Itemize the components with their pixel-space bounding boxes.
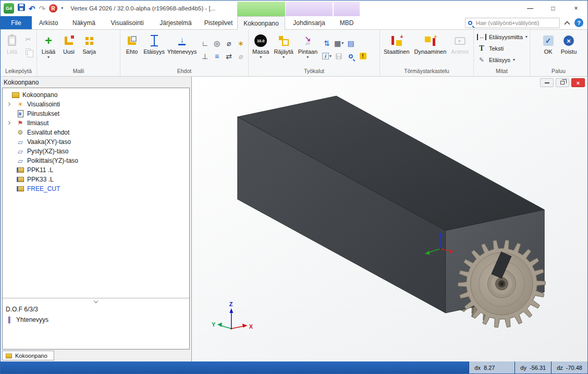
- panel-splitter[interactable]: [3, 298, 189, 305]
- distance-dimension-button[interactable]: ✎ Etäisyys ▾: [477, 55, 515, 65]
- title-bar: G4 ↶ ↷ R ▾ Vertex G4 2026 / 32.0.0-alpha…: [1, 1, 587, 16]
- tab-johdinsarja[interactable]: Johdinsarja: [285, 16, 333, 29]
- save-button[interactable]: [18, 4, 25, 13]
- plane-icon: ▱: [17, 148, 24, 155]
- concentric-constraint-icon[interactable]: ◎: [211, 37, 223, 50]
- quick-access-menu-caret-icon[interactable]: ▾: [61, 6, 63, 10]
- zoom-button[interactable]: [345, 50, 357, 63]
- coincidence-constraint-icon: ∥: [6, 316, 13, 323]
- diameter-constraint-icon[interactable]: ⌀: [235, 50, 247, 63]
- tangent-constraint-icon[interactable]: ⌀: [223, 37, 235, 50]
- tab-mbd[interactable]: MBD: [333, 16, 360, 29]
- help-button[interactable]: ?: [574, 18, 583, 27]
- animate-button[interactable]: ▸ Animoi: [449, 31, 471, 55]
- expand-chevron-icon[interactable]: [7, 102, 10, 106]
- minimize-button[interactable]: —: [519, 1, 542, 16]
- distance-measure-button[interactable]: ↔ Etäisyysmitta ▾: [477, 32, 528, 42]
- static-collision-button[interactable]: + Staattinen: [382, 31, 412, 55]
- tree-item-free-cut[interactable]: FREE_CUT: [3, 184, 189, 194]
- collapse-chevron-icon[interactable]: [94, 299, 98, 303]
- mass-button[interactable]: 10.0 Massa ▾: [250, 31, 271, 59]
- symmetry-constraint-icon[interactable]: ∗: [235, 37, 247, 50]
- expand-chevron-icon[interactable]: [7, 121, 10, 125]
- swap-constraint-icon[interactable]: ⇄: [223, 50, 235, 63]
- tab-jarjestelma[interactable]: Järjestelmä: [152, 16, 200, 29]
- viewport[interactable]: ×: [192, 77, 587, 361]
- viewport-close-button[interactable]: ×: [571, 78, 585, 87]
- panel-tab-kokoonpano[interactable]: Kokoonpano: [2, 351, 54, 360]
- save-model-button[interactable]: [333, 50, 345, 63]
- exit-button[interactable]: × Poistu: [559, 31, 579, 55]
- tree-item-piirustukset[interactable]: Piirustukset: [3, 109, 189, 118]
- perpendicular-constraint-icon[interactable]: ⊥: [199, 50, 211, 63]
- reorder-icon[interactable]: ⇅: [321, 37, 333, 50]
- viewport-minimize-button[interactable]: [540, 78, 554, 87]
- 3d-scene[interactable]: Z X Y: [192, 77, 587, 361]
- close-button[interactable]: ×: [565, 1, 587, 16]
- tab-kokoonpano[interactable]: Kokoonpano: [237, 16, 285, 30]
- parallel-constraint-icon[interactable]: ≡: [211, 50, 223, 63]
- ribbon-collapse-button[interactable]: [564, 21, 570, 27]
- status-bar: dx 8.27 dy -56.31 dz -70.48: [1, 361, 587, 373]
- scissors-icon: ✂: [26, 35, 31, 43]
- constraint-button[interactable]: Ehto: [122, 31, 142, 55]
- tab-visualisointi[interactable]: Visualisointi: [103, 16, 152, 29]
- tree-item-esivalitut-ehdot[interactable]: ⚙ Esivalitut ehdot: [3, 128, 189, 137]
- tree-item-ilmiasut[interactable]: ⚑ Ilmiasut: [3, 118, 189, 128]
- array-button[interactable]: Sarja: [79, 31, 99, 55]
- redo-button[interactable]: ↷: [39, 5, 46, 13]
- ribbon-group-clipboard: Liitä ✂ Leikepöytä: [1, 30, 37, 76]
- dynamic-collision-button[interactable]: + Dynaaminen: [412, 31, 449, 55]
- y-axis-label: Y: [212, 321, 216, 328]
- cut-button[interactable]: ✂: [22, 34, 34, 44]
- tab-pistepilvet[interactable]: Pistepilvet: [200, 16, 237, 29]
- constraint-list-item[interactable]: ∥ Yhtenevyys: [3, 314, 189, 325]
- to-surface-icon: ↘ ▱: [304, 36, 311, 45]
- world-axis-triad: Z X Y: [212, 301, 253, 330]
- tree-item-ppk33[interactable]: PPK33 .L: [3, 175, 189, 184]
- panel-title: Kokoonpano: [1, 77, 191, 88]
- tree-item-xy-plane[interactable]: ▱ Vaaka(XY)-taso: [3, 137, 189, 147]
- ok-button[interactable]: ✓ OK: [538, 31, 558, 55]
- table-icon[interactable]: ▦▾: [333, 37, 345, 50]
- search-box[interactable]: [465, 18, 560, 28]
- ribbon-group-tools: 10.0 Massa ▾ Räjäytä ▾ ↘ ▱: [249, 30, 380, 76]
- new-part-button[interactable]: Uusi: [59, 31, 79, 55]
- info-button[interactable]: i▾: [321, 50, 333, 63]
- plane-icon: ▱: [17, 138, 24, 146]
- copy-button[interactable]: [22, 46, 34, 57]
- coincidence-constraint-button[interactable]: ↓ Yhtenevyys: [166, 31, 198, 55]
- tree-box: Kokoonpano ☀ Visualisointi Piirustukset …: [2, 88, 190, 349]
- distance-constraint-button[interactable]: Etäisyys: [142, 31, 166, 55]
- constraint-icon: [128, 37, 136, 45]
- app-logo-icon[interactable]: G4: [4, 3, 14, 14]
- paste-button[interactable]: Liitä: [2, 31, 22, 55]
- to-surface-button[interactable]: ↘ ▱ Pintaan ▾: [296, 31, 320, 59]
- undo-button[interactable]: ↶: [29, 5, 35, 13]
- tree-item-visualisointi[interactable]: ☀ Visualisointi: [3, 100, 189, 109]
- part-icon: [17, 176, 24, 183]
- viewport-window-controls: ×: [540, 78, 585, 87]
- tree-item-yz-plane[interactable]: ▱ Poikittais(YZ)-taso: [3, 156, 189, 165]
- warning-button[interactable]: !: [357, 50, 369, 63]
- tree-item-ppk11[interactable]: PPK11 .L: [3, 165, 189, 175]
- list-rows-icon[interactable]: ▤: [345, 37, 357, 50]
- viewport-restore-button[interactable]: [556, 78, 569, 87]
- search-input[interactable]: [475, 19, 557, 27]
- tree-item-root[interactable]: Kokoonpano: [3, 90, 189, 100]
- tab-arkisto[interactable]: Arkisto: [32, 16, 65, 29]
- add-part-button[interactable]: + Lisää ▾: [39, 31, 58, 59]
- text-annotation-button[interactable]: T Teksti: [477, 43, 504, 53]
- ribbon-group-dimensions: ↔ Etäisyysmitta ▾ T Teksti ✎ Etäisyys ▾ …: [474, 30, 530, 76]
- tab-nakyma[interactable]: Näkymä: [65, 16, 103, 29]
- array-icon: [85, 37, 93, 45]
- group-label-model: Malli: [37, 68, 120, 76]
- tab-file[interactable]: File: [1, 16, 32, 29]
- tree-item-xz-plane[interactable]: ▱ Pysty(XZ)-taso: [3, 147, 189, 156]
- angle-constraint-icon[interactable]: ∟: [199, 37, 211, 50]
- group-label-collision: Törmäystarkastelu: [380, 68, 473, 76]
- explode-button[interactable]: Räjäytä ▾: [272, 31, 295, 59]
- record-badge-icon[interactable]: R: [49, 4, 57, 13]
- drawings-icon: [17, 110, 24, 117]
- maximize-button[interactable]: □: [542, 1, 565, 16]
